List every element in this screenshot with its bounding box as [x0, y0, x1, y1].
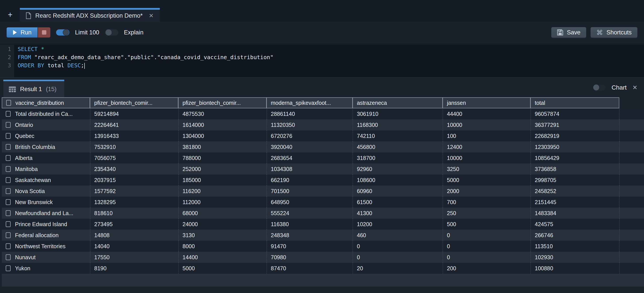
cell-value: 3061910	[357, 111, 378, 117]
cell-value: 91470	[271, 243, 286, 250]
table-row[interactable]: Nova Scotia15775921162007015006096020002…	[2, 186, 644, 196]
row-checkbox[interactable]	[6, 122, 10, 128]
cell-value: 1034308	[271, 166, 292, 172]
new-tab-button[interactable]: +	[5, 8, 15, 22]
cell-value: 381800	[182, 144, 201, 150]
table-cell: 0	[443, 241, 530, 252]
cell-value: 10000	[447, 122, 462, 128]
table-row[interactable]: Alberta705607578800026836543187001000010…	[2, 152, 644, 164]
column-header[interactable]: vaccine_distribution	[2, 97, 90, 108]
cell-value: 8000	[182, 243, 195, 250]
table-cell: 273495	[90, 219, 178, 230]
row-checkbox[interactable]	[6, 133, 10, 139]
row-checkbox[interactable]	[6, 254, 10, 260]
shortcuts-button[interactable]: ⌘ Shortcuts	[590, 27, 638, 38]
table-row[interactable]: Prince Edward Island27349524000116380102…	[2, 219, 644, 230]
row-filler	[619, 174, 644, 186]
column-header[interactable]: total	[530, 97, 619, 108]
row-checkbox[interactable]	[6, 232, 10, 238]
editor-tab[interactable]: Rearc Redshift ADX Subscription Demo* ✕	[20, 8, 160, 22]
table-row[interactable]: Yukon819050008747020200100880	[2, 263, 644, 274]
table-row[interactable]: Saskatchewan2037915185000662190108600500…	[2, 174, 644, 186]
table-cell: 700	[443, 196, 530, 208]
select-all-checkbox[interactable]	[6, 100, 11, 106]
column-header[interactable]: pfizer_biontech_comir...	[90, 97, 178, 108]
table-row[interactable]: Quebec1391643313040006720276742110100226…	[2, 130, 644, 142]
row-checkbox[interactable]	[6, 155, 10, 161]
table-cell: Prince Edward Island	[2, 219, 90, 230]
cell-value: Ontario	[15, 122, 33, 128]
cell-value: 701500	[271, 188, 289, 194]
sql-token: ;	[81, 62, 84, 68]
row-checkbox[interactable]	[6, 266, 10, 271]
shortcuts-button-label: Shortcuts	[606, 29, 632, 36]
cell-value: 250	[447, 210, 456, 216]
stop-button[interactable]	[38, 27, 50, 38]
row-checkbox[interactable]	[6, 243, 10, 249]
table-row[interactable]: Ontario222646411614000113203501168300100…	[2, 119, 644, 130]
row-checkbox[interactable]	[6, 199, 10, 205]
table-cell: 24000	[178, 219, 266, 230]
table-row[interactable]: Northwest Territories1404080009147000113…	[2, 241, 644, 252]
cell-value: 555224	[271, 210, 289, 216]
save-button[interactable]: Save	[551, 27, 586, 38]
column-header[interactable]: pfizer_biontech_comir...	[178, 97, 266, 108]
cell-value: 742110	[357, 133, 375, 139]
play-icon	[12, 30, 17, 35]
explain-toggle[interactable]	[105, 29, 118, 36]
tab-close-icon[interactable]: ✕	[149, 12, 154, 19]
results-close-icon[interactable]: ✕	[632, 84, 638, 91]
table-cell: 500	[443, 219, 530, 230]
row-filler	[619, 196, 644, 208]
cell-value: 70980	[271, 254, 286, 260]
table-cell: 250	[443, 208, 530, 219]
column-header[interactable]: moderna_spikevaxfoot...	[266, 97, 353, 108]
table-cell: 13916433	[90, 130, 178, 142]
row-checkbox[interactable]	[6, 221, 10, 227]
row-checkbox[interactable]	[6, 177, 10, 183]
table-row[interactable]: Nunavut17550144007098000102930	[2, 252, 644, 263]
column-header[interactable]: janssen	[443, 97, 530, 108]
cell-value: 1483384	[535, 210, 556, 216]
table-cell: 10856429	[530, 152, 619, 164]
chart-toggle[interactable]	[593, 84, 606, 90]
cell-value: 11320350	[271, 122, 295, 128]
table-row[interactable]: Total distributed in Ca...59214894487553…	[2, 108, 644, 119]
table-cell: 701500	[266, 186, 353, 196]
sql-token: SELECT	[18, 46, 38, 52]
row-checkbox[interactable]	[6, 111, 10, 117]
row-checkbox[interactable]	[6, 144, 10, 150]
table-cell: 113510	[530, 241, 619, 252]
table-row[interactable]: New Brunswick132829511200064895061500700…	[2, 196, 644, 208]
cell-value: 96057874	[535, 111, 559, 117]
row-filler	[619, 142, 644, 152]
column-header[interactable]: astrazeneca	[353, 97, 443, 108]
row-filler	[619, 108, 644, 119]
table-cell: 91470	[266, 241, 353, 252]
table-cell: 22264641	[90, 119, 178, 130]
limit-toggle[interactable]	[56, 29, 69, 36]
cell-value: 252000	[182, 166, 201, 172]
table-cell: 11320350	[266, 119, 353, 130]
result-tab[interactable]: Result 1 (15)	[3, 80, 64, 97]
cell-value: Nunavut	[15, 254, 36, 260]
cell-value: 500	[447, 221, 456, 228]
sql-token: FROM	[18, 54, 31, 60]
table-cell: 60960	[353, 186, 443, 196]
table-row[interactable]: Manitoba23543402520001034308929603250373…	[2, 164, 644, 174]
cell-value: 59214894	[94, 111, 119, 117]
cell-value: 2458252	[535, 188, 556, 194]
table-cell: 17550	[90, 252, 178, 263]
result-grid-icon	[8, 86, 16, 92]
table-cell: Saskatchewan	[2, 174, 90, 186]
cell-value: 788000	[182, 155, 201, 161]
sql-editor[interactable]: 1SELECT *2FROM "rearc_adx_demo_data_shar…	[0, 45, 644, 78]
cell-value: Alberta	[15, 155, 32, 161]
table-row[interactable]: Newfoundland and La...818610680005552244…	[2, 208, 644, 219]
table-row[interactable]: Federal allocation1480831302483484600266…	[2, 230, 644, 241]
row-checkbox[interactable]	[6, 188, 10, 194]
table-row[interactable]: British Columbia753291038180039200404568…	[2, 142, 644, 152]
row-checkbox[interactable]	[6, 210, 10, 216]
row-checkbox[interactable]	[6, 166, 10, 172]
run-button[interactable]: Run	[6, 27, 38, 38]
